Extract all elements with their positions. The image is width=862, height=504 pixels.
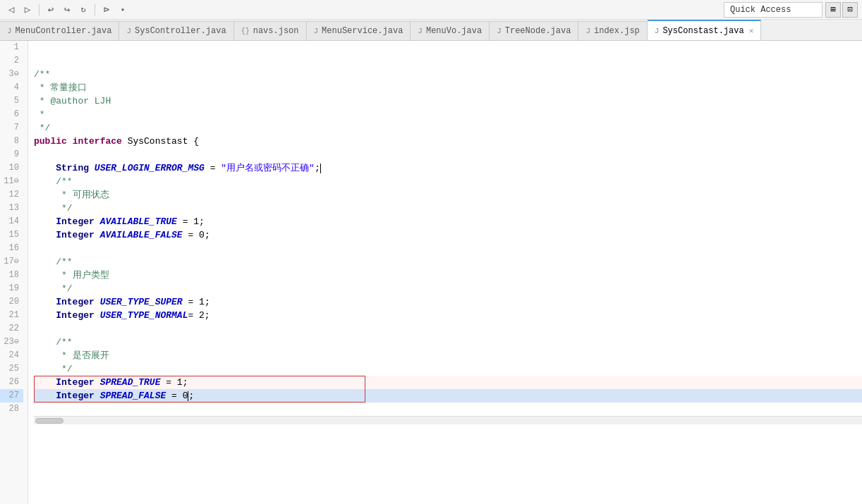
type-integer-14a: Integer (56, 215, 95, 228)
code-line-17: /** (34, 255, 862, 269)
tab-label-sys-constast: SysConstast.java (662, 26, 743, 36)
tab-icon-menu-controller: J (7, 27, 12, 35)
str-error-msg: "用户名或密码不正确" (221, 161, 315, 175)
kw-public: public (34, 135, 67, 148)
redo-icon[interactable]: ↪ (60, 3, 74, 17)
tab-navs-json[interactable]: {} navs.json (234, 21, 307, 40)
code-line-13: */ (34, 202, 862, 215)
code-line-7: */ (34, 121, 862, 135)
comment-19: */ (34, 282, 73, 295)
comment-5: * @author LJH (34, 94, 111, 108)
tab-close-sys-constast[interactable]: ✕ (749, 26, 754, 35)
quick-access-field[interactable]: Quick Access (724, 2, 822, 18)
undo-icon[interactable]: ↩ (44, 3, 58, 17)
tab-tree-node[interactable]: J TreeNode.java (490, 21, 578, 40)
arrow-icon[interactable]: ⊳ (99, 3, 114, 17)
code-line-6: * (34, 108, 862, 121)
type-integer-26: Integer (56, 376, 95, 389)
kw-interface: interface (73, 135, 122, 148)
comment-24: * 是否展开 (34, 349, 109, 362)
separator-2 (95, 4, 95, 16)
comment-17: /** (56, 255, 72, 269)
type-integer-27: Integer (56, 389, 95, 402)
editor-container: 1 2 3⊖ 4 5 6 7 8 9 10 11⊖ 12 13 14 15 16… (0, 41, 862, 504)
line-num-22: 22 (0, 322, 23, 336)
code-line-1 (34, 41, 862, 54)
tab-menu-controller[interactable]: J MenuControlier.java (0, 21, 119, 40)
tab-index-jsp[interactable]: J index.jsp (578, 21, 647, 40)
comment-3: /** (34, 68, 50, 81)
code-line-19: */ (34, 282, 862, 295)
comment-11: /** (56, 175, 72, 188)
const-avail-false: AVAILABLE_FALSE (100, 228, 183, 242)
line-num-7: 7 (0, 121, 23, 135)
comment-25: */ (34, 362, 73, 376)
line-num-19: 19 (0, 282, 23, 295)
code-line-24: * 是否展开 (34, 349, 862, 362)
comment-12: * 可用状态 (34, 188, 109, 202)
line-num-8: 8 (0, 135, 23, 148)
line-num-23: 23⊖ (0, 336, 23, 349)
code-line-22 (34, 322, 862, 336)
line-num-9: 9 (0, 148, 23, 161)
tab-icon-sys-controller: J (126, 27, 131, 35)
tab-sys-controller[interactable]: J SysController.java (119, 21, 233, 40)
tab-icon-index-jsp: J (585, 27, 590, 35)
code-line-28 (34, 402, 862, 416)
comment-6: * (34, 108, 45, 121)
layout-icon[interactable]: ⊞ (825, 2, 841, 18)
quick-access-label: Quick Access (730, 5, 791, 15)
code-line-15: Integer AVAILABLE_FALSE = 0; (34, 228, 862, 242)
tab-label-sys-controller: SysController.java (135, 26, 226, 36)
tab-label-index-jsp: index.jsp (594, 26, 640, 36)
tab-label-menu-vo: MenuVo.java (426, 26, 482, 36)
const-spread-false: SPREAD_FALSE (100, 389, 166, 402)
tab-menu-service[interactable]: J MenuService.java (307, 21, 411, 40)
type-integer-20: Integer (56, 295, 95, 309)
code-line-20: Integer USER_TYPE_SUPER = 1; (34, 295, 862, 309)
line-num-5: 5 (0, 94, 23, 108)
code-line-23: /** (34, 336, 862, 349)
tab-menu-vo[interactable]: J MenuVo.java (411, 21, 490, 40)
toolbar-right-icons: ⊞ ⊡ (825, 2, 858, 18)
tab-sys-constast[interactable]: J SysConstast.java ✕ (648, 20, 761, 40)
tab-label-navs-json: navs.json (253, 26, 299, 36)
tab-icon-navs-json: {} (241, 27, 250, 35)
tab-label-menu-controller: MenuControlier.java (16, 26, 112, 36)
code-line-25: */ (34, 362, 862, 376)
line-num-2: 2 (0, 54, 23, 68)
comment-13: */ (34, 202, 73, 215)
tab-icon-menu-vo: J (418, 27, 423, 35)
refresh-icon[interactable]: ↻ (76, 3, 90, 17)
line-num-6: 6 (0, 108, 23, 121)
type-integer-15: Integer (56, 228, 95, 242)
line-num-13: 13 (0, 202, 23, 215)
scrollbar-thumb[interactable] (35, 418, 63, 424)
const-user-login: USER_LOGIN_ERROR_MSG (95, 161, 205, 175)
code-line-5: * @author LJH (34, 94, 862, 108)
line-num-24: 24 (0, 349, 23, 362)
code-area[interactable]: /** * 常量接口 * @author LJH * */ public int… (28, 41, 862, 504)
const-avail-true: AVAILABLE_TRUE (100, 215, 177, 228)
horizontal-scrollbar[interactable] (34, 416, 862, 424)
line-num-26: 26 (0, 376, 23, 389)
type-string-10: String (56, 161, 89, 175)
dropdown-icon[interactable]: ▾ (116, 3, 130, 17)
code-line-8: public interface SysConstast { (34, 135, 862, 148)
line-num-16: 16 (0, 242, 23, 255)
type-integer-21: Integer (56, 309, 95, 322)
code-line-27: Integer SPREAD_FALSE = 0; (34, 389, 862, 402)
toolbar-icons: ◁ ▷ ↩ ↪ ↻ ⊳ ▾ (4, 3, 721, 17)
line-numbers: 1 2 3⊖ 4 5 6 7 8 9 10 11⊖ 12 13 14 15 16… (0, 41, 28, 504)
text-cursor (320, 164, 321, 173)
code-line-14: Integer AVAILABLE_TRUE = 1; (34, 215, 862, 228)
line-num-17: 17⊖ (0, 255, 23, 269)
code-line-12: * 可用状态 (34, 188, 862, 202)
tab-label-tree-node: TreeNode.java (505, 26, 571, 36)
tab-bar: J MenuControlier.java J SysController.ja… (0, 20, 862, 41)
tab-icon-tree-node: J (497, 27, 502, 35)
back-icon[interactable]: ◁ (4, 3, 18, 17)
forward-icon[interactable]: ▷ (20, 3, 35, 17)
perspective-icon[interactable]: ⊡ (842, 2, 858, 18)
comment-4: * 常量接口 (34, 81, 87, 94)
